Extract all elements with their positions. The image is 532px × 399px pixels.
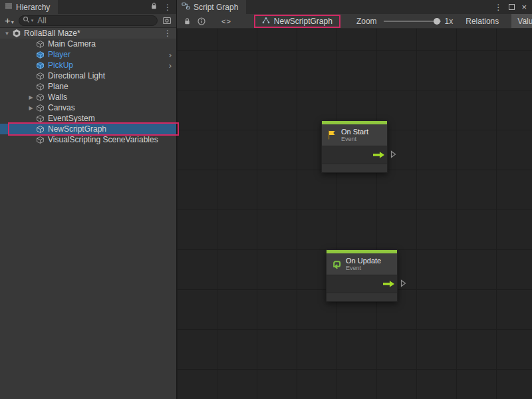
gameobject-icon <box>35 135 45 145</box>
foldout-closed-icon[interactable]: ▶ <box>27 94 35 100</box>
zoom-slider-knob[interactable] <box>434 18 440 25</box>
node-footer <box>322 164 387 172</box>
tree-item-canvas[interactable]: ▶ Canvas <box>0 102 176 113</box>
relations-button[interactable]: Relations <box>460 14 505 29</box>
hierarchy-tree: ▼ RollaBall Maze* ⋮ Main Camera P <box>0 28 176 399</box>
node-header: On Start Event <box>322 124 387 146</box>
unity-editor: Hierarchy ⋮ + ▾ ▾ <box>0 0 532 399</box>
tree-item-main-camera[interactable]: Main Camera <box>0 39 176 49</box>
gameobject-icon <box>35 114 45 124</box>
kebab-menu-icon[interactable]: ⋮ <box>494 3 502 12</box>
tree-item-plane[interactable]: Plane <box>0 81 176 92</box>
graph-canvas[interactable]: On Start Event <box>177 29 532 399</box>
info-icon[interactable] <box>198 17 205 25</box>
tree-item-walls[interactable]: ▶ Walls <box>0 92 176 102</box>
script-graph-asset-icon <box>262 17 270 26</box>
gameobject-icon <box>35 103 45 113</box>
values-button[interactable]: Values <box>511 14 532 29</box>
tree-item-player[interactable]: Player › <box>0 49 176 60</box>
node-body <box>322 146 387 164</box>
flow-output-port-icon[interactable] <box>373 152 384 158</box>
lock-icon[interactable] <box>150 2 158 12</box>
output-connector-icon[interactable] <box>390 150 396 158</box>
scene-picker-icon[interactable] <box>161 16 173 25</box>
tab-hierarchy-label: Hierarchy <box>16 3 50 12</box>
node-subtitle: Event <box>341 136 368 142</box>
zoom-label: Zoom <box>356 17 377 26</box>
flow-output-port-icon[interactable] <box>383 281 394 287</box>
gameobject-icon <box>35 71 45 81</box>
code-preview-icon[interactable]: <> <box>221 17 231 25</box>
node-subtitle: Event <box>346 265 381 271</box>
plus-label: + <box>5 16 11 25</box>
zoom-slider[interactable] <box>384 17 441 26</box>
update-loop-icon <box>331 259 342 270</box>
graph-name-breadcrumb[interactable]: NewScriptGraph <box>254 15 340 28</box>
gameobject-icon <box>35 39 45 49</box>
hierarchy-tabbar: Hierarchy ⋮ <box>0 0 176 14</box>
hierarchy-toolbar: + ▾ ▾ <box>0 14 176 28</box>
node-title: On Start <box>341 128 368 136</box>
node-title: On Update <box>346 257 381 265</box>
tree-item-visualscripting-scenevariables[interactable]: VisualScripting SceneVariables <box>0 134 176 145</box>
gameobject-icon <box>35 82 45 92</box>
list-icon <box>5 2 13 12</box>
prefab-cube-icon <box>35 50 45 60</box>
graph-icon <box>182 2 190 12</box>
prefab-open-chevron-icon[interactable]: › <box>169 61 172 70</box>
prefab-open-chevron-icon[interactable]: › <box>169 51 172 59</box>
scene-kebab-icon[interactable]: ⋮ <box>164 29 172 38</box>
node-on-update[interactable]: On Update Event <box>326 249 398 302</box>
node-body <box>327 275 397 293</box>
close-icon[interactable]: × <box>521 2 527 12</box>
hierarchy-panel: Hierarchy ⋮ + ▾ ▾ <box>0 0 176 399</box>
tree-item-scene[interactable]: ▼ RollaBall Maze* ⋮ <box>0 28 176 39</box>
add-object-button[interactable]: + ▾ <box>3 16 15 25</box>
window-buttons: ⋮ × <box>494 0 532 14</box>
tree-item-pickup[interactable]: PickUp › <box>0 60 176 70</box>
flag-icon <box>326 130 337 141</box>
node-footer <box>327 293 397 301</box>
tree-item-newscriptgraph[interactable]: NewScriptGraph <box>0 124 176 134</box>
scene-name: RollaBall Maze* <box>24 29 80 38</box>
tab-script-graph[interactable]: Script Graph <box>177 0 246 14</box>
hierarchy-search[interactable]: ▾ <box>19 15 158 26</box>
tree-item-eventsystem[interactable]: EventSystem <box>0 113 176 124</box>
unity-scene-icon <box>11 29 21 39</box>
hierarchy-tab-actions: ⋮ <box>150 0 176 14</box>
search-input[interactable] <box>37 16 152 25</box>
chevron-down-icon: ▾ <box>11 19 14 25</box>
graph-name-label: NewScriptGraph <box>274 17 332 26</box>
tree-item-directional-light[interactable]: Directional Light <box>0 70 176 81</box>
zoom-slider-track <box>384 21 441 22</box>
maximize-icon[interactable] <box>509 4 515 10</box>
zoom-value: 1x <box>445 17 454 26</box>
graph-toolbar: <> NewScriptGraph Zoom 1x Relations Valu… <box>177 14 532 29</box>
gameobject-icon <box>35 92 45 102</box>
search-filter-caret-icon[interactable]: ▾ <box>31 18 34 23</box>
prefab-cube-icon <box>35 61 45 70</box>
kebab-menu-icon[interactable]: ⋮ <box>164 3 172 12</box>
output-connector-icon[interactable] <box>400 279 406 287</box>
foldout-open-icon[interactable]: ▼ <box>3 31 11 37</box>
lock-icon[interactable] <box>184 17 191 25</box>
foldout-closed-icon[interactable]: ▶ <box>27 105 35 111</box>
node-header: On Update Event <box>327 253 397 275</box>
graph-tabbar: Script Graph ⋮ × <box>177 0 532 14</box>
search-icon <box>23 16 30 25</box>
tab-script-graph-label: Script Graph <box>194 3 238 12</box>
node-on-start[interactable]: On Start Event <box>321 120 388 173</box>
tab-hierarchy[interactable]: Hierarchy <box>0 0 58 14</box>
gameobject-icon <box>35 124 45 134</box>
script-graph-panel: Script Graph ⋮ × <> NewScriptGraph <box>176 0 532 399</box>
